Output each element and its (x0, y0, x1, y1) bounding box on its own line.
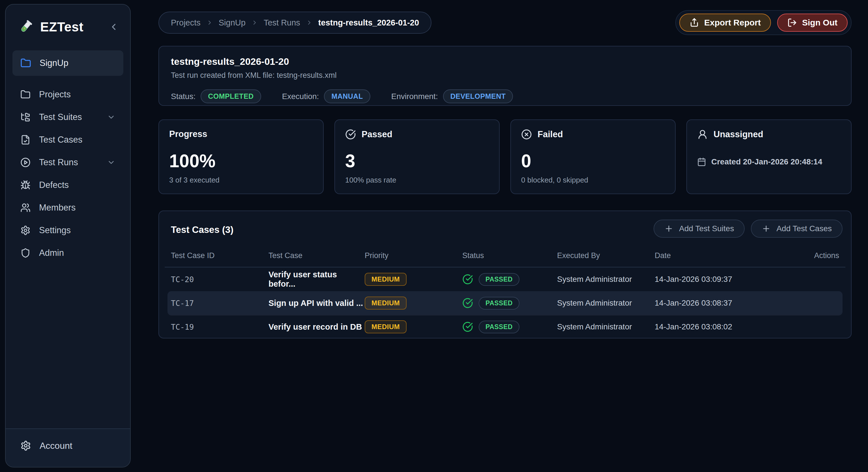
sidebar-collapse-button[interactable] (108, 22, 119, 32)
execution-date: 14-Jan-2026 03:08:37 (655, 298, 802, 308)
stat-title: Failed (537, 129, 563, 139)
export-report-button[interactable]: Export Report (679, 13, 771, 32)
column-header: Date (655, 251, 802, 260)
priority-badge: MEDIUM (365, 296, 407, 310)
sidebar-item-label: Test Cases (39, 135, 82, 145)
chevron-left-icon (108, 22, 119, 32)
table-row[interactable]: TC-20 Verify user status befor... MEDIUM… (167, 268, 842, 291)
plus-icon (664, 224, 673, 233)
sidebar-item-label: Test Suites (39, 112, 82, 122)
breadcrumb-separator (306, 19, 313, 26)
created-timestamp: Created 20-Jan-2026 20:48:14 (711, 157, 822, 166)
breadcrumb-separator (206, 19, 213, 26)
folder-icon (20, 58, 31, 68)
sidebar-footer-label: Account (40, 441, 72, 451)
executed-by: System Administrator (557, 275, 655, 284)
sidebar-item-settings[interactable]: Settings (12, 219, 123, 242)
check-circle-icon (462, 321, 473, 332)
stat-card-progress: Progress 100% 3 of 3 executed (158, 119, 324, 194)
plus-icon (762, 224, 771, 233)
stat-cards: Progress 100% 3 of 3 executed Passed 3 1… (158, 119, 851, 194)
priority-badge: MEDIUM (365, 273, 407, 286)
chevron-right-icon (206, 19, 213, 26)
sidebar-item-test-runs[interactable]: Test Runs (12, 151, 123, 174)
add-test-cases-button[interactable]: Add Test Cases (751, 220, 842, 238)
progress-value: 100% (169, 152, 313, 170)
execution-badge: MANUAL (324, 89, 370, 103)
test-case-id: TC-17 (171, 299, 269, 308)
environment-badge: DEVELOPMENT (443, 89, 513, 103)
run-summary-card: testng-results_2026-01-20 Test run creat… (158, 46, 851, 106)
sidebar-item-signup[interactable]: SignUp (12, 51, 123, 76)
topbar-actions: Export Report Sign Out (675, 10, 851, 35)
sidebar-item-defects[interactable]: Defects (12, 174, 123, 196)
status-badge: COMPLETED (200, 89, 261, 103)
sidebar-item-account[interactable]: Account (6, 429, 130, 467)
log-out-icon (787, 18, 797, 27)
stat-card-failed: Failed 0 0 blocked, 0 skipped (510, 119, 676, 194)
sidebar-item-label: SignUp (40, 58, 68, 68)
main-content: ProjectsSignUpTest Runstestng-results_20… (158, 11, 851, 339)
gear-icon (20, 440, 31, 451)
execution-label: Execution: (282, 92, 319, 101)
breadcrumb-current: testng-results_2026-01-20 (318, 18, 419, 27)
status-badge: PASSED (479, 297, 520, 310)
breadcrumb-link[interactable]: SignUp (219, 18, 246, 27)
sidebar-item-members[interactable]: Members (12, 196, 123, 219)
table-body: TC-20 Verify user status befor... MEDIUM… (167, 268, 842, 339)
add-test-suites-button[interactable]: Add Test Suites (654, 220, 745, 238)
status-badge: PASSED (479, 273, 520, 286)
sidebar-header: EZTest (6, 4, 130, 43)
sidebar-item-test-cases[interactable]: Test Cases (12, 128, 123, 151)
sign-out-label: Sign Out (802, 18, 837, 27)
passed-sub: 100% pass rate (345, 176, 489, 185)
sidebar-item-label: Members (39, 202, 75, 213)
test-case-id: TC-20 (171, 275, 269, 284)
sign-out-button[interactable]: Sign Out (777, 13, 848, 32)
breadcrumb-link[interactable]: Test Runs (264, 18, 300, 27)
check-circle-icon (462, 274, 473, 285)
sidebar-item-label: Admin (39, 248, 64, 258)
bug-icon (20, 180, 31, 190)
sidebar-item-projects[interactable]: Projects (12, 83, 123, 106)
executed-by: System Administrator (557, 298, 655, 308)
chevron-down-icon (107, 113, 116, 121)
user-icon (697, 129, 708, 140)
environment-label: Environment: (391, 92, 438, 101)
execution-date: 14-Jan-2026 03:08:02 (655, 322, 802, 332)
test-case-name: Verify user status befor... (269, 270, 365, 289)
column-header: Executed By (557, 251, 655, 260)
sidebar: EZTest SignUp ProjectsTest SuitesTest Ca… (5, 4, 131, 468)
users-icon (20, 202, 31, 213)
breadcrumb-separator (251, 19, 258, 26)
sidebar-item-label: Defects (39, 180, 69, 190)
chevron-right-icon (306, 19, 313, 26)
chevron-right-icon (251, 19, 258, 26)
stat-title: Passed (362, 129, 393, 139)
run-subtitle: Test run created from XML file: testng-r… (171, 71, 839, 80)
test-case-name: Verify user record in DB (269, 322, 365, 332)
play-circle-icon (20, 157, 31, 167)
test-case-name: Sign up API with valid ... (269, 298, 365, 308)
sidebar-nav: ProjectsTest SuitesTest CasesTest RunsDe… (6, 83, 130, 264)
breadcrumb-link[interactable]: Projects (171, 18, 200, 27)
x-circle-icon (521, 129, 532, 140)
passed-value: 3 (345, 152, 489, 170)
sidebar-item-label: Test Runs (39, 157, 78, 167)
sidebar-item-label: Projects (39, 89, 71, 100)
status-label: Status: (171, 92, 195, 101)
sidebar-item-admin[interactable]: Admin (12, 242, 123, 264)
chevron-down-icon (107, 158, 116, 167)
test-case-id: TC-19 (171, 323, 269, 332)
file-check-icon (20, 135, 31, 145)
sidebar-item-test-suites[interactable]: Test Suites (12, 106, 123, 128)
app-logo-text: EZTest (40, 19, 84, 34)
add-test-suites-label: Add Test Suites (679, 224, 734, 233)
check-circle-icon (345, 129, 356, 140)
table-row[interactable]: TC-17 Sign up API with valid ... MEDIUM … (167, 291, 842, 315)
column-header: Test Case (269, 251, 365, 260)
table-row[interactable]: TC-19 Verify user record in DB MEDIUM PA… (167, 315, 842, 339)
column-header: Test Case ID (171, 251, 269, 260)
run-title: testng-results_2026-01-20 (171, 56, 839, 67)
check-circle-icon (462, 298, 473, 309)
